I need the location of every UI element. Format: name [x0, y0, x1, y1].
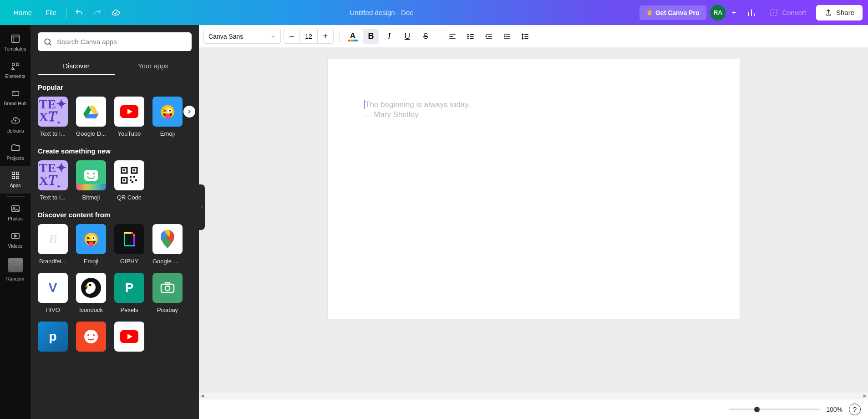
app-partial-1[interactable]: p — [38, 322, 68, 352]
pixabay-icon — [152, 273, 183, 303]
app-giphy[interactable]: GIPHY — [114, 224, 144, 265]
rail-uploads[interactable]: Uploads — [0, 112, 30, 139]
footer-bar: 100% ? — [199, 399, 868, 419]
spacing-button[interactable] — [518, 29, 533, 44]
indent-decrease-button[interactable] — [481, 29, 497, 44]
scroll-right-button[interactable] — [183, 106, 195, 118]
section-title-create: Create something new — [38, 147, 192, 155]
list-button[interactable] — [463, 29, 478, 44]
app-brandfetch[interactable]: B Brandfet... — [38, 224, 68, 265]
videos-icon — [10, 231, 20, 241]
svg-rect-27 — [124, 232, 131, 234]
zoom-slider[interactable] — [729, 409, 820, 410]
strikethrough-button[interactable]: S — [418, 29, 433, 44]
scroll-left-arrow[interactable]: ◀ — [199, 393, 205, 399]
cloud-check-icon — [111, 8, 120, 17]
google-maps-icon — [152, 224, 183, 254]
zoom-label[interactable]: 100% — [826, 406, 843, 413]
scroll-right-arrow[interactable]: ▶ — [862, 393, 868, 399]
tab-discover[interactable]: Discover — [38, 57, 115, 75]
svg-rect-28 — [131, 232, 133, 234]
rail-templates[interactable]: Templates — [0, 30, 30, 57]
text-to-image-icon: TE✦X𝑇✦ — [38, 97, 68, 127]
app-label: Text to I... — [38, 194, 68, 201]
font-size-increase[interactable]: + — [318, 29, 333, 43]
rail-divider — [6, 196, 25, 197]
text-to-image-icon: TE✦X𝑇✦ — [38, 160, 68, 190]
undo-icon — [75, 8, 84, 17]
share-button[interactable]: Share — [816, 5, 863, 20]
document-page[interactable]: The beginning is always today. — Mary Sh… — [328, 59, 740, 319]
align-button[interactable] — [445, 29, 460, 44]
canvas-scroll[interactable]: The beginning is always today. — Mary Sh… — [199, 48, 868, 393]
search-box[interactable] — [38, 32, 192, 51]
app-qr-code[interactable]: QR Code — [114, 160, 144, 201]
rail-brand-hub[interactable]: Brand Hub — [0, 84, 30, 112]
rail-projects[interactable]: Projects — [0, 139, 30, 166]
font-selector[interactable]: Canva Sans — [203, 29, 281, 44]
cloud-sync-button[interactable] — [108, 5, 123, 20]
redo-button[interactable] — [90, 5, 105, 20]
help-button[interactable]: ? — [849, 404, 861, 415]
indent-increase-button[interactable] — [499, 29, 515, 44]
underline-button[interactable]: U — [400, 29, 415, 44]
toolbar-separator — [339, 31, 340, 42]
app-bitmoji[interactable]: Bitmoji — [76, 160, 106, 201]
file-menu[interactable]: File — [40, 6, 62, 19]
file-label: File — [46, 9, 56, 16]
rail-label: Random — [6, 276, 25, 281]
rail-elements[interactable]: Elements — [0, 57, 30, 84]
home-button[interactable]: Home — [5, 6, 37, 19]
placeholder-line2: — Mary Shelley — [364, 110, 703, 119]
app-pexels[interactable]: P Pexels — [114, 273, 144, 313]
hivo-icon: V — [38, 273, 68, 303]
app-text-to-image[interactable]: TE✦X𝑇✦ Text to I... — [38, 97, 68, 137]
document-title[interactable]: Untitled design - Doc — [123, 9, 640, 16]
text-color-button[interactable]: A — [345, 29, 360, 44]
bold-button[interactable]: B — [363, 29, 379, 44]
list-icon — [466, 32, 475, 41]
panel-tabs: Discover Your apps — [38, 57, 192, 75]
rail-videos[interactable]: Videos — [0, 227, 30, 254]
app-hivo[interactable]: V HIVO — [38, 273, 68, 313]
app-text-to-image-2[interactable]: TE✦X𝑇✦ Text to I... — [38, 160, 68, 201]
user-avatar[interactable]: RA — [710, 5, 726, 20]
add-member-button[interactable]: + — [727, 6, 740, 19]
random-thumb-icon — [8, 258, 23, 272]
svg-point-39 — [93, 334, 95, 336]
share-label: Share — [836, 9, 854, 16]
app-pixabay[interactable]: Pixabay — [152, 273, 183, 313]
rail-random[interactable]: Random — [0, 254, 30, 287]
svg-rect-23 — [132, 181, 133, 183]
app-emoji[interactable]: 😜 Emoji — [152, 97, 183, 137]
rail-label: Apps — [10, 183, 21, 188]
app-label: Google D... — [76, 130, 106, 137]
section-title-discover-from: Discover content from — [38, 211, 192, 219]
app-label: Emoji — [76, 258, 106, 265]
app-emoji-2[interactable]: 😜 Emoji — [76, 224, 106, 265]
svg-rect-21 — [130, 179, 132, 181]
app-partial-2[interactable] — [76, 322, 106, 352]
get-pro-button[interactable]: ♛ Get Canva Pro — [640, 5, 706, 20]
templates-icon — [10, 34, 20, 44]
app-google-maps[interactable]: Google M... — [152, 224, 183, 265]
svg-rect-7 — [16, 176, 19, 179]
convert-button[interactable]: Convert — [763, 5, 812, 21]
search-input[interactable] — [57, 38, 186, 46]
rail-apps[interactable]: Apps — [0, 166, 30, 194]
italic-button[interactable]: I — [381, 29, 397, 44]
rail-photos[interactable]: Photos — [0, 199, 30, 227]
app-label: Emoji — [152, 130, 183, 137]
app-iconduck[interactable]: Iconduck — [76, 273, 106, 313]
font-size-decrease[interactable]: – — [284, 29, 299, 43]
undo-button[interactable] — [71, 5, 87, 20]
app-partial-3[interactable] — [114, 322, 144, 352]
zoom-knob[interactable] — [754, 407, 760, 412]
app-google-drive[interactable]: Google D... — [76, 97, 106, 137]
horizontal-scrollbar[interactable]: ◀ ▶ — [199, 393, 868, 399]
font-size-value[interactable]: 12 — [299, 29, 318, 43]
app-youtube[interactable]: YouTube — [114, 97, 144, 137]
home-label: Home — [14, 9, 32, 16]
insights-button[interactable] — [744, 5, 759, 20]
tab-your-apps[interactable]: Your apps — [115, 57, 192, 75]
